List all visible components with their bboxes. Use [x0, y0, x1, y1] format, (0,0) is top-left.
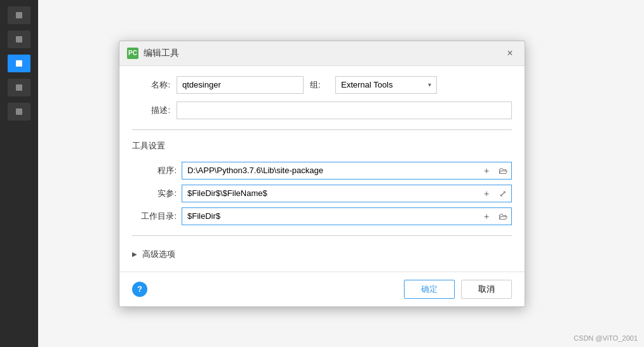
workdir-add-button[interactable]: + [478, 208, 495, 225]
desc-label: 描述: [132, 105, 170, 116]
workdir-input-wrap: + 🗁 [182, 207, 512, 225]
desc-row: 描述: [132, 101, 512, 119]
workdir-input[interactable] [182, 209, 478, 223]
args-expand-button[interactable]: ⤢ [495, 185, 511, 202]
workdir-row: 工作目录: + 🗁 [132, 207, 512, 225]
advanced-divider [132, 235, 512, 236]
tool-settings: 程序: + 🗁 实参: + [132, 162, 512, 225]
section-divider [132, 129, 512, 130]
dialog-app-icon: PC [127, 48, 138, 59]
name-group-row: 名称: 组: External Tools ▾ [132, 76, 512, 94]
watermark-text: CSDN @ViTO_2001 [574, 334, 638, 342]
group-select-value: External Tools [341, 80, 424, 89]
program-row: 程序: + 🗁 [132, 162, 512, 180]
workdir-folder-button[interactable]: 🗁 [495, 208, 511, 225]
edit-tool-dialog: PC 编辑工具 × 名称: 组: External Tools ▾ 描述: [119, 41, 525, 307]
advanced-arrow-icon: ▶ [132, 251, 137, 258]
program-label: 程序: [132, 165, 177, 176]
advanced-title: 高级选项 [142, 249, 175, 260]
dialog-titlebar: PC 编辑工具 × [119, 41, 525, 66]
dialog-body: 名称: 组: External Tools ▾ 描述: 工具设置 [119, 66, 525, 272]
ok-button[interactable]: 确定 [404, 280, 455, 299]
group-label: 组: [310, 79, 329, 91]
desc-input[interactable] [177, 101, 512, 119]
args-input-wrap: + ⤢ [182, 185, 512, 202]
program-add-button[interactable]: + [478, 162, 495, 179]
watermark: CSDN @ViTO_2001 [574, 334, 638, 342]
name-label: 名称: [132, 79, 170, 91]
group-select[interactable]: External Tools ▾ [335, 76, 437, 94]
args-add-button[interactable]: + [478, 185, 495, 202]
dialog-overlay: PC 编辑工具 × 名称: 组: External Tools ▾ 描述: [0, 0, 644, 347]
folder-icon: 🗁 [499, 166, 507, 176]
args-row: 实参: + ⤢ [132, 185, 512, 202]
args-label: 实参: [132, 188, 177, 199]
help-button[interactable]: ? [132, 282, 147, 297]
cancel-button[interactable]: 取消 [461, 280, 512, 299]
dialog-title: 编辑工具 [144, 48, 498, 59]
workdir-folder-icon: 🗁 [499, 211, 507, 221]
chevron-down-icon: ▾ [428, 81, 431, 88]
expand-icon: ⤢ [499, 188, 507, 199]
close-button[interactable]: × [503, 46, 517, 60]
tool-settings-title: 工具设置 [132, 140, 512, 152]
program-input[interactable] [182, 163, 478, 178]
workdir-label: 工作目录: [132, 211, 177, 222]
program-input-wrap: + 🗁 [182, 162, 512, 180]
advanced-section[interactable]: ▶ 高级选项 [132, 246, 512, 260]
name-input[interactable] [177, 76, 304, 94]
dialog-footer: ? 确定 取消 [119, 272, 525, 306]
args-input[interactable] [182, 186, 478, 200]
program-folder-button[interactable]: 🗁 [495, 162, 511, 179]
